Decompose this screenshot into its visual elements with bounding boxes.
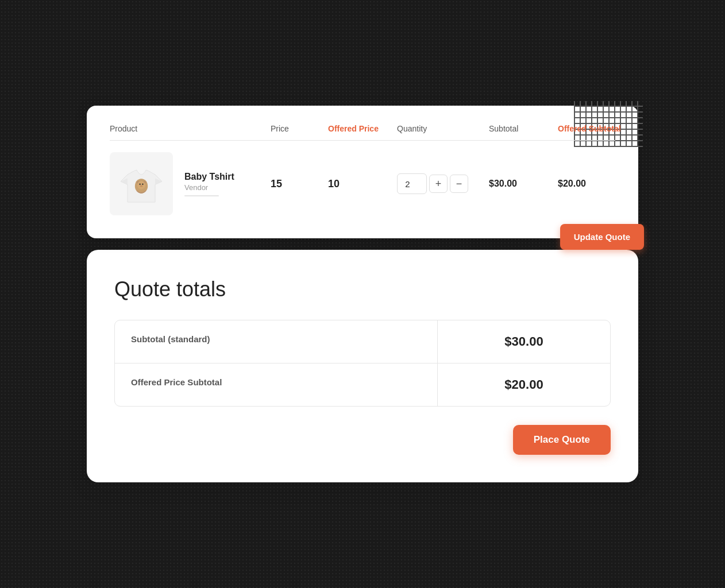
- col-product: Product: [110, 124, 271, 133]
- offered-price-subtotal-value: $20.00: [438, 363, 610, 406]
- col-price: Price: [271, 124, 328, 133]
- svg-point-8: [140, 185, 143, 187]
- place-quote-button[interactable]: Place Quote: [513, 425, 611, 455]
- quantity-increment-button[interactable]: +: [429, 175, 448, 193]
- subtotal-value: $30.00: [489, 179, 558, 189]
- totals-row-offered: Offered Price Subtotal $20.00: [115, 363, 610, 406]
- totals-table: Subtotal (standard) $30.00 Offered Price…: [114, 320, 611, 407]
- offered-price-subtotal-label: Offered Price Subtotal: [115, 363, 438, 406]
- subtotal-standard-value: $30.00: [438, 320, 610, 363]
- product-name: Baby Tshirt: [184, 172, 234, 182]
- col-offered-price: Offered Price: [328, 124, 397, 133]
- offered-price-value: 10: [328, 178, 397, 190]
- quantity-decrement-button[interactable]: −: [450, 175, 468, 193]
- product-image: [110, 152, 173, 215]
- product-tshirt-icon: [118, 161, 164, 207]
- place-quote-container: Place Quote: [114, 425, 611, 455]
- col-quantity: Quantity: [397, 124, 489, 133]
- product-vendor: Vendor: [184, 183, 234, 192]
- col-subtotal: Subtotal: [489, 124, 558, 133]
- product-cell: Baby Tshirt Vendor: [110, 152, 271, 215]
- svg-point-7: [142, 184, 143, 185]
- quantity-cell: + −: [397, 173, 489, 194]
- offered-subtotal-value: $20.00: [558, 179, 627, 189]
- price-value: 15: [271, 178, 328, 190]
- subtotal-standard-label: Subtotal (standard): [115, 320, 438, 363]
- totals-row-subtotal: Subtotal (standard) $30.00: [115, 320, 610, 363]
- product-vendor-line: [184, 195, 219, 196]
- table-header: Product Price Offered Price Quantity Sub…: [110, 124, 615, 141]
- quote-totals-title: Quote totals: [114, 277, 611, 301]
- table-row: Baby Tshirt Vendor 15 10 + − $30.00 $20.…: [110, 152, 615, 215]
- col-offered-subtotal: Offered Subtotal: [558, 124, 627, 133]
- quantity-input[interactable]: [397, 173, 427, 194]
- update-quote-button[interactable]: Update Quote: [560, 224, 644, 250]
- product-table-card: Product Price Offered Price Quantity Sub…: [87, 106, 638, 238]
- svg-point-6: [139, 184, 140, 185]
- product-info: Baby Tshirt Vendor: [184, 172, 234, 196]
- quote-totals-card: Quote totals Subtotal (standard) $30.00 …: [87, 250, 638, 482]
